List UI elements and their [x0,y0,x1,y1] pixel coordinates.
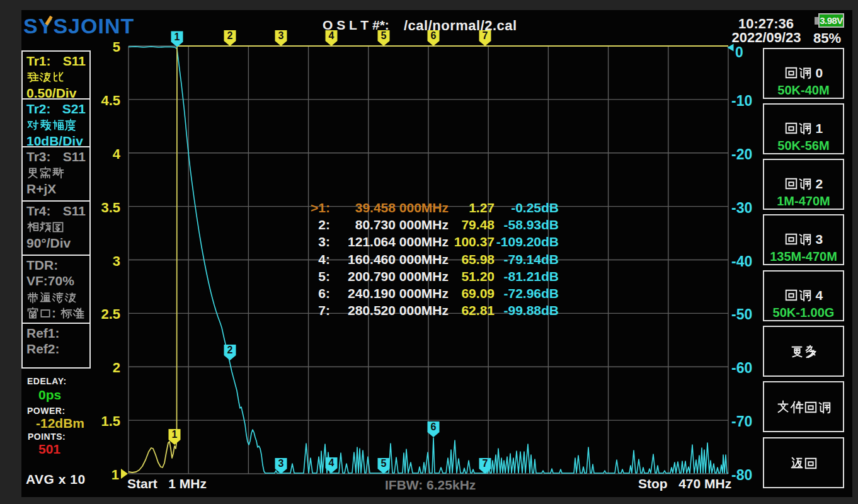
svg-text:7: 7 [483,458,488,469]
svg-text:3: 3 [278,458,284,469]
svg-text:3: 3 [278,30,284,41]
svg-text:7: 7 [483,30,488,41]
svg-text:6: 6 [431,30,437,41]
svg-text:6: 6 [431,421,437,432]
svg-text:2: 2 [227,30,233,41]
svg-text:5: 5 [381,30,387,41]
svg-text:2: 2 [227,345,233,355]
svg-text:1: 1 [174,32,180,42]
svg-text:4: 4 [329,457,335,468]
svg-text:5: 5 [381,458,387,469]
svg-text:1: 1 [172,429,178,440]
svg-text:4: 4 [329,30,335,41]
